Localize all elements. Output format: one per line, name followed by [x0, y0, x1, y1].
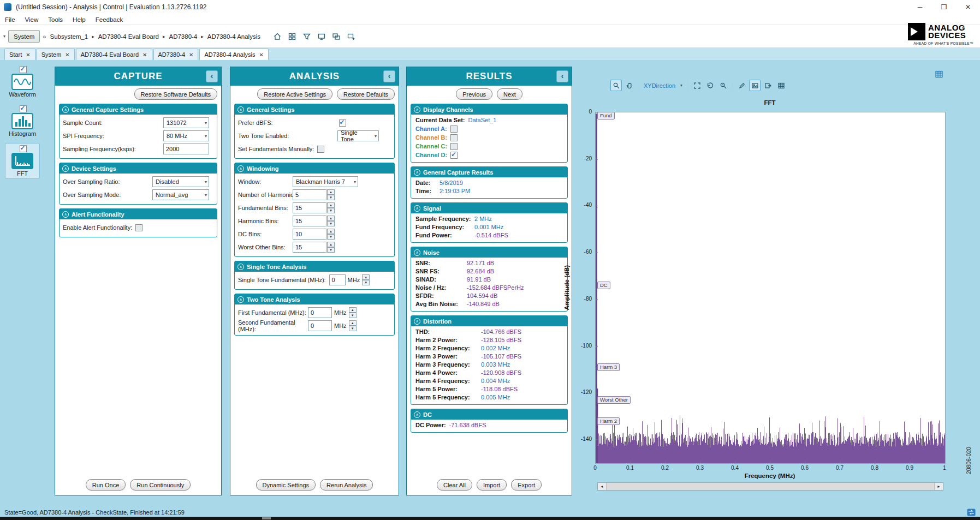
first-fundamental-spinner[interactable]: 0MHz▲▼: [308, 307, 357, 318]
menu-view[interactable]: View: [20, 14, 44, 25]
oversampling-mode-select[interactable]: Normal_avg▾: [152, 189, 209, 200]
breadcrumb-item-subsystem[interactable]: Subsystem_1: [49, 33, 89, 40]
input-value[interactable]: 0: [308, 320, 332, 331]
xy-direction-button[interactable]: XYDirection▾: [642, 82, 684, 89]
section-header-signal[interactable]: ∧ Signal: [411, 203, 567, 213]
channel-d-checkbox[interactable]: [450, 152, 458, 159]
input-value[interactable]: 15: [293, 216, 326, 226]
oversampling-ratio-select[interactable]: Disabled▾: [152, 176, 209, 187]
dc-bins-spinner[interactable]: 10▲▼: [293, 229, 335, 240]
close-button[interactable]: ✕: [956, 0, 980, 14]
breadcrumb-system-button[interactable]: System: [8, 30, 40, 43]
chart-options-button[interactable]: [775, 80, 787, 91]
section-header-capture-results[interactable]: ∧ General Capture Results: [411, 167, 567, 177]
annotation-flag[interactable]: Fund: [597, 112, 615, 119]
dynamic-settings-button[interactable]: Dynamic Settings: [256, 479, 316, 491]
annotation-flag[interactable]: Harm 3: [597, 363, 620, 371]
restore-defaults-button[interactable]: Restore Defaults: [337, 88, 395, 100]
scroll-right-icon[interactable]: ►: [935, 483, 943, 490]
harmonic-bins-spinner[interactable]: 15▲▼: [293, 216, 335, 226]
single-tone-fundamental-spinner[interactable]: 0MHz▲▼: [329, 274, 370, 285]
channel-a-checkbox[interactable]: [450, 125, 458, 133]
home-icon[interactable]: [272, 31, 283, 42]
number-of-harmonics-spinner[interactable]: 5▲▼: [293, 189, 335, 200]
section-header-general-capture[interactable]: ∧ General Capture Settings: [60, 104, 217, 115]
spinner-up-icon[interactable]: ▲: [327, 189, 335, 195]
prefer-dbfs-checkbox[interactable]: [339, 119, 346, 127]
sidebar-item-histogram[interactable]: Histogram: [5, 104, 40, 139]
fft-checkbox[interactable]: [20, 145, 27, 152]
spi-frequency-select[interactable]: 80 MHz▾: [163, 130, 209, 141]
enable-alert-checkbox[interactable]: [135, 224, 142, 231]
channel-c-checkbox[interactable]: [450, 143, 458, 150]
channel-b-checkbox[interactable]: [450, 134, 458, 141]
restore-software-defaults-button[interactable]: Restore Software Defaults: [134, 88, 217, 100]
waveform-checkbox[interactable]: [20, 66, 27, 73]
breadcrumb-item-analysis[interactable]: AD7380-4 Analysis: [206, 33, 262, 40]
tab-device[interactable]: AD7380-4✕: [153, 49, 199, 60]
fft-plot-area[interactable]: FundDCHarm 3Worst OtherHarm 2: [595, 112, 946, 464]
spinner-down-icon[interactable]: ▼: [349, 326, 357, 331]
breadcrumb-dropdown-icon[interactable]: ▾: [3, 34, 5, 39]
annotation-flag[interactable]: Worst Other: [597, 396, 631, 404]
breadcrumb-overflow-icon[interactable]: »: [43, 33, 46, 40]
tab-close-icon[interactable]: ✕: [259, 52, 263, 58]
menu-tools[interactable]: Tools: [43, 14, 68, 25]
spinner-down-icon[interactable]: ▼: [327, 208, 335, 213]
sidebar-item-waveform[interactable]: Waveform: [5, 64, 40, 99]
new-view-icon[interactable]: [346, 31, 357, 42]
spinner-down-icon[interactable]: ▼: [327, 234, 335, 240]
spinner-up-icon[interactable]: ▲: [327, 216, 335, 221]
rerun-analysis-button[interactable]: Rerun Analysis: [320, 479, 373, 491]
analysis-collapse-button[interactable]: ‹: [383, 70, 395, 82]
input-value[interactable]: 10: [293, 229, 326, 240]
section-header-display-channels[interactable]: ∧ Display Channels: [411, 104, 567, 115]
undo-zoom-button[interactable]: [704, 80, 716, 91]
spinner-up-icon[interactable]: ▲: [327, 202, 335, 208]
zoom-in-button[interactable]: [717, 80, 729, 91]
scrollbar-thumb[interactable]: [606, 483, 935, 490]
two-tone-enabled-select[interactable]: Single Tone▾: [337, 130, 379, 141]
tab-start[interactable]: Start✕: [4, 49, 35, 60]
spinner-down-icon[interactable]: ▼: [327, 247, 335, 253]
spinner-up-icon[interactable]: ▲: [362, 274, 370, 280]
section-header-device-settings[interactable]: ∧ Device Settings: [60, 163, 217, 174]
section-header-noise[interactable]: ∧ Noise: [411, 247, 567, 258]
tab-close-icon[interactable]: ✕: [189, 52, 193, 58]
data-grid-icon[interactable]: [935, 70, 943, 79]
spinner-up-icon[interactable]: ▲: [349, 320, 357, 326]
section-header-windowing[interactable]: ∧ Windowing: [235, 163, 394, 174]
previous-button[interactable]: Previous: [456, 88, 492, 100]
tab-analysis[interactable]: AD7380-4 Analysis✕: [199, 49, 268, 60]
section-header-dc[interactable]: ∧ DC: [411, 409, 567, 420]
snapshot-image-button[interactable]: [749, 80, 761, 91]
annotate-pencil-button[interactable]: [736, 80, 747, 91]
restore-active-settings-button[interactable]: Restore Active Settings: [257, 88, 332, 100]
spinner-up-icon[interactable]: ▲: [327, 229, 335, 234]
tab-system[interactable]: System✕: [37, 49, 75, 60]
spinner-down-icon[interactable]: ▼: [327, 195, 335, 200]
menu-feedback[interactable]: Feedback: [91, 14, 128, 25]
spinner-up-icon[interactable]: ▲: [349, 307, 357, 313]
annotation-flag[interactable]: Harm 2: [597, 417, 620, 425]
fundamental-bins-spinner[interactable]: 15▲▼: [293, 202, 335, 213]
spinner-down-icon[interactable]: ▼: [362, 280, 370, 285]
filter-icon[interactable]: [301, 31, 312, 42]
menu-file[interactable]: File: [0, 14, 20, 25]
set-fundamentals-checkbox[interactable]: [317, 146, 324, 153]
tab-close-icon[interactable]: ✕: [26, 52, 30, 58]
sidebar-item-fft[interactable]: FFT: [5, 143, 40, 179]
tab-eval-board[interactable]: AD7380-4 Eval Board✕: [76, 49, 152, 60]
scroll-left-icon[interactable]: ◄: [598, 483, 606, 490]
minimize-button[interactable]: ─: [908, 0, 932, 14]
zoom-box-button[interactable]: [610, 80, 622, 91]
apps-grid-icon[interactable]: [287, 31, 298, 42]
input-value[interactable]: 0: [308, 307, 332, 318]
annotation-flag[interactable]: DC: [597, 282, 610, 289]
input-value[interactable]: 15: [293, 202, 326, 213]
run-once-button[interactable]: Run Once: [86, 479, 126, 491]
export-button[interactable]: Export: [511, 479, 542, 491]
breadcrumb-item-device[interactable]: AD7380-4: [168, 33, 198, 40]
tab-close-icon[interactable]: ✕: [65, 52, 69, 58]
menu-help[interactable]: Help: [68, 14, 91, 25]
